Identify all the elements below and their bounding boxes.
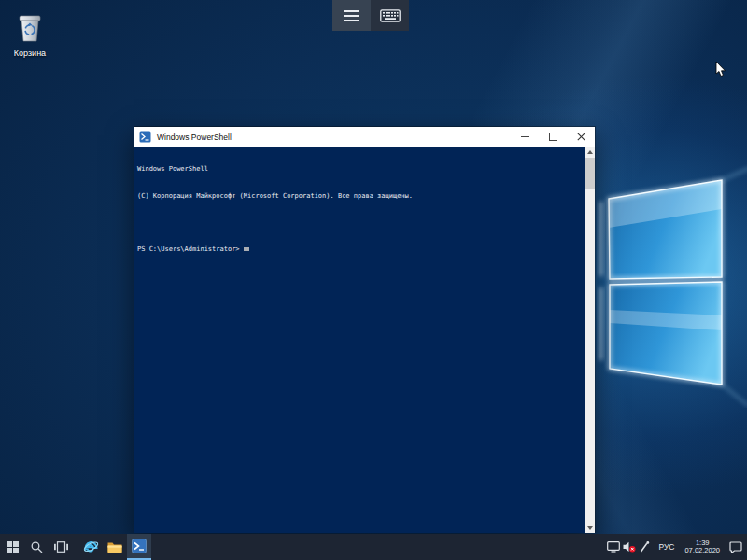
scroll-down-button[interactable] <box>585 523 595 533</box>
minimize-icon <box>521 136 529 137</box>
vm-console-toolbar <box>332 0 409 31</box>
console-output: Windows PowerShell (C) Корпорация Майкро… <box>137 147 584 272</box>
hamburger-icon <box>344 10 359 21</box>
taskbar: РУС 1:39 07.02.2020 <box>0 534 747 560</box>
speaker-muted-icon <box>623 541 636 553</box>
windows-hero-logo <box>586 161 747 408</box>
minimize-button[interactable] <box>511 127 539 147</box>
file-explorer-button[interactable] <box>103 534 127 560</box>
window-title: Windows PowerShell <box>157 133 511 142</box>
keyboard-button[interactable] <box>371 0 409 31</box>
menu-button[interactable] <box>332 0 371 31</box>
search-icon <box>31 541 43 553</box>
arrow-up-icon <box>587 150 593 154</box>
titlebar[interactable]: Windows PowerShell <box>134 127 595 147</box>
recycle-bin-label: Корзина <box>4 49 56 58</box>
maximize-icon <box>549 133 557 141</box>
console-prompt-line: PS C:\Users\Administrator> <box>137 245 584 255</box>
close-icon <box>577 133 585 141</box>
action-center-button[interactable] <box>725 534 747 560</box>
action-center-icon <box>729 541 742 553</box>
windows-logo-icon <box>7 541 19 553</box>
pen-icon <box>640 541 650 553</box>
network-tray-button[interactable] <box>605 534 621 560</box>
keyboard-icon <box>380 9 401 22</box>
clock[interactable]: 1:39 07.02.2020 <box>680 539 725 555</box>
internet-explorer-icon <box>83 539 99 555</box>
scrollbar-thumb[interactable] <box>585 158 595 189</box>
console-line: (C) Корпорация Майкрософт (Microsoft Cor… <box>137 192 584 202</box>
prompt-text: PS C:\Users\Administrator> <box>137 245 240 253</box>
maximize-button[interactable] <box>539 127 567 147</box>
arrow-down-icon <box>587 526 593 530</box>
recycle-bin-icon[interactable]: Корзина <box>4 13 56 58</box>
powershell-taskbar-button[interactable] <box>127 534 151 560</box>
scroll-up-button[interactable] <box>585 147 595 157</box>
text-cursor <box>244 247 249 251</box>
folder-icon <box>107 541 122 553</box>
system-tray: РУС 1:39 07.02.2020 <box>605 534 747 560</box>
console-area[interactable]: Windows PowerShell (C) Корпорация Майкро… <box>134 147 595 533</box>
pen-tray-button[interactable] <box>637 534 653 560</box>
language-indicator[interactable]: РУС <box>653 534 680 560</box>
task-view-icon <box>54 541 68 553</box>
network-monitor-icon <box>607 541 620 553</box>
console-blank-line <box>137 218 584 228</box>
start-button[interactable] <box>0 534 24 560</box>
powershell-icon <box>132 539 147 553</box>
console-line: Windows PowerShell <box>137 165 584 175</box>
trash-bin-glyph <box>16 13 44 43</box>
task-view-button[interactable] <box>49 534 73 560</box>
close-button[interactable] <box>567 127 595 147</box>
vertical-scrollbar[interactable] <box>585 147 595 533</box>
powershell-window: Windows PowerShell Windows PowerShell (C… <box>134 126 596 533</box>
volume-tray-button[interactable] <box>621 534 637 560</box>
clock-date: 07.02.2020 <box>684 547 720 555</box>
powershell-icon <box>139 131 151 143</box>
search-button[interactable] <box>24 534 49 560</box>
caption-buttons <box>511 127 595 147</box>
internet-explorer-button[interactable] <box>78 534 103 560</box>
desktop: Корзина <box>0 0 747 560</box>
